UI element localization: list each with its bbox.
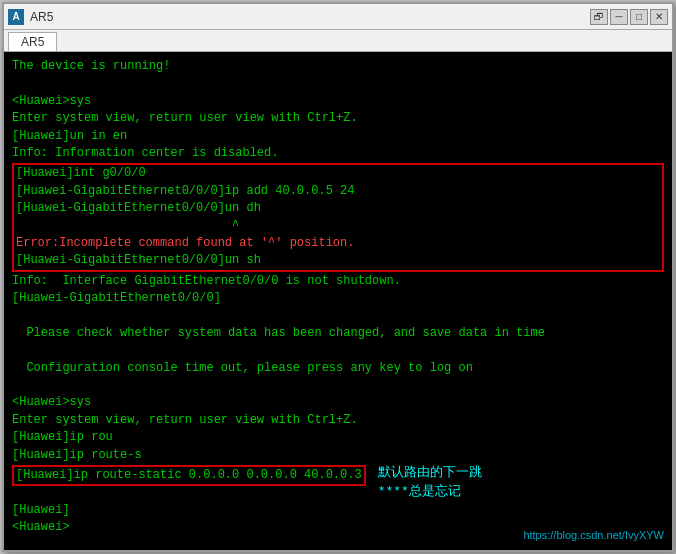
box1-line-2: [Huawei-GigabitEthernet0/0/0]ip add 40.0… bbox=[16, 183, 660, 200]
minimize-button[interactable]: ─ bbox=[610, 9, 628, 25]
line-13: [Huawei]ip route-s bbox=[12, 447, 664, 464]
window-controls: 🗗 ─ □ ✕ bbox=[590, 9, 668, 25]
window-title: AR5 bbox=[30, 10, 53, 24]
line-6: Info: Interface GigabitEthernet0/0/0 is … bbox=[12, 273, 664, 290]
box2-line-1: [Huawei]ip route-static 0.0.0.0 0.0.0.0 … bbox=[16, 467, 362, 484]
close-button[interactable]: ✕ bbox=[650, 9, 668, 25]
watermark: https://blog.csdn.net/IvyXYW bbox=[523, 528, 664, 544]
line-7: [Huawei-GigabitEthernet0/0/0] bbox=[12, 290, 664, 307]
line-blank-1 bbox=[12, 75, 664, 92]
line-12: [Huawei]ip rou bbox=[12, 429, 664, 446]
line-blank-3 bbox=[12, 342, 664, 359]
boxed-section-1: [Huawei]int g0/0/0 [Huawei-GigabitEthern… bbox=[12, 163, 664, 271]
line-9: Configuration console time out, please p… bbox=[12, 360, 664, 377]
tab-ar5[interactable]: AR5 bbox=[8, 32, 57, 51]
tab-bar: AR5 bbox=[4, 30, 672, 52]
restore-button[interactable]: 🗗 bbox=[590, 9, 608, 25]
line-blank-2 bbox=[12, 307, 664, 324]
annotation-line-2: ****总是忘记 bbox=[378, 483, 482, 502]
app-icon: A bbox=[8, 9, 24, 25]
line-8: Please check whether system data has bee… bbox=[12, 325, 664, 342]
line-11: Enter system view, return user view with… bbox=[12, 412, 664, 429]
line-5: Info: Information center is disabled. bbox=[12, 145, 664, 162]
box1-line-1: [Huawei]int g0/0/0 bbox=[16, 165, 660, 182]
maximize-button[interactable]: □ bbox=[630, 9, 648, 25]
title-bar: A AR5 🗗 ─ □ ✕ bbox=[4, 4, 672, 30]
line-blank-4 bbox=[12, 377, 664, 394]
terminal-area[interactable]: The device is running! <Huawei>sys Enter… bbox=[4, 52, 672, 550]
annotation-line-1: 默认路由的下一跳 bbox=[378, 464, 482, 483]
annotation-block: 默认路由的下一跳 ****总是忘记 bbox=[378, 464, 482, 502]
box1-line-3: [Huawei-GigabitEthernet0/0/0]un dh bbox=[16, 200, 660, 217]
title-bar-left: A AR5 bbox=[8, 9, 53, 25]
line-1: The device is running! bbox=[12, 58, 664, 75]
main-window: A AR5 🗗 ─ □ ✕ AR5 The device is running!… bbox=[2, 2, 674, 552]
line-10: <Huawei>sys bbox=[12, 394, 664, 411]
line-2: <Huawei>sys bbox=[12, 93, 664, 110]
box1-line-6: [Huawei-GigabitEthernet0/0/0]un sh bbox=[16, 252, 660, 269]
line-3: Enter system view, return user view with… bbox=[12, 110, 664, 127]
boxed-section-2: [Huawei]ip route-static 0.0.0.0 0.0.0.0 … bbox=[12, 465, 366, 486]
box1-line-4: ^ bbox=[16, 218, 660, 235]
line-14: [Huawei] bbox=[12, 502, 664, 519]
line-4: [Huawei]un in en bbox=[12, 128, 664, 145]
box1-line-5: Error:Incomplete command found at '^' po… bbox=[16, 235, 660, 252]
